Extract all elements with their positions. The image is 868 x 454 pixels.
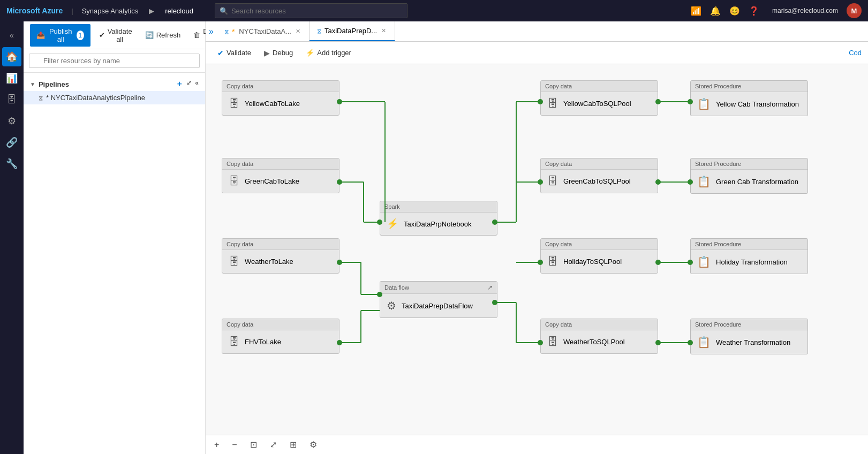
expand-collapse-btn[interactable]: « (2, 26, 21, 45)
add-trigger-button[interactable]: ⚡ Add trigger (300, 46, 357, 59)
pipeline-canvas[interactable]: Copy data 🗄 YellowCabToLake Copy data 🗄 … (206, 64, 868, 435)
fit-screen-icon[interactable]: ⊡ (248, 437, 259, 452)
node-greencabtolake-label: GreenCabToLake (245, 177, 299, 185)
node-taxidataprpnotebook[interactable]: Spark ⚡ TaxiDataPrpNotebook (380, 201, 497, 236)
avatar[interactable]: M (847, 3, 862, 18)
tab-taxidataprep-label: TaxiDataPrepD... (324, 27, 377, 35)
node-ht-label: Holiday Transformation (716, 258, 788, 266)
synapse-label[interactable]: Synapse Analytics (82, 7, 139, 15)
node-yellowcabtolake[interactable]: Copy data 🗄 YellowCabToLake (222, 80, 339, 116)
debug-button[interactable]: ▶ Debug (259, 46, 298, 60)
sidebar-toolbar: 📤 Publish all 1 ✔ Validate all 🔄 Refresh… (24, 21, 205, 49)
tab-taxidataprep[interactable]: ⧖ TaxiDataPrepD... ✕ (310, 21, 395, 41)
integrate-icon[interactable]: 🔗 (2, 133, 21, 152)
monitor-icon[interactable]: 📊 (2, 69, 21, 88)
develop-icon[interactable]: ⚙ (2, 111, 21, 131)
node-wsp-label: WeatherToSQLPool (563, 338, 625, 346)
database-icon-8: 🗄 (547, 336, 558, 348)
stored-proc-icon-3: 📋 (697, 255, 711, 268)
nav-separator: | (71, 7, 73, 15)
debug-play-icon: ▶ (264, 49, 270, 57)
node-greencabtolake[interactable]: Copy data 🗄 GreenCabToLake (222, 158, 339, 193)
home-icon[interactable]: 🏠 (2, 47, 21, 66)
tab-taxidataprep-close[interactable]: ✕ (380, 26, 387, 35)
zoom-in-icon[interactable]: + (212, 438, 221, 452)
help-icon[interactable]: ❓ (749, 6, 759, 16)
node-greencabtransformation[interactable]: Stored Procedure 📋 Green Cab Transformat… (690, 158, 808, 194)
node-yellowcabtransformation[interactable]: Stored Procedure 📋 Yellow Cab Transforma… (690, 80, 808, 116)
pipelines-section-header[interactable]: ▼ Pipelines ＋ ⤢ « (24, 77, 205, 91)
zoom-out-icon[interactable]: − (230, 438, 239, 452)
node-dataflow-header: Data flow ↗ (380, 282, 497, 294)
tab-nyctaxi-label: NYCTaxiDataA... (239, 27, 291, 35)
auto-layout-icon[interactable]: ⊞ (288, 437, 299, 452)
node-taxidataprepdataflow[interactable]: Data flow ↗ ⚙ TaxiDataPrepDataFlow (380, 281, 497, 318)
trigger-icon: ⚡ (306, 49, 314, 57)
publish-badge: 1 (77, 31, 84, 40)
node-wt-header: Stored Procedure (691, 319, 807, 330)
tabs-expand-btn[interactable]: » (206, 21, 217, 41)
breadcrumb-arrow-icon: ▶ (149, 7, 154, 15)
node-greencabtosqlpool[interactable]: Copy data 🗄 GreenCabToSQLPool (540, 158, 658, 193)
node-weathertosqlpool[interactable]: Copy data 🗄 WeatherToSQLPool (540, 319, 658, 354)
node-yellowcabtolake-label: YellowCabToLake (245, 100, 300, 108)
validate-check-icon: ✔ (217, 49, 224, 57)
relecloud-label[interactable]: relecloud (165, 7, 193, 15)
database-icon: 🗄 (229, 97, 239, 110)
node-gcsp-header: Copy data (541, 158, 658, 170)
validate-label: Validate all (108, 27, 132, 43)
node-weathertolake[interactable]: Copy data 🗄 WeatherToLake (222, 238, 339, 274)
external-link-icon[interactable]: ↗ (487, 284, 493, 291)
node-weathertransformation[interactable]: Stored Procedure 📋 Weather Transformatio… (690, 319, 808, 354)
node-gct-header: Stored Procedure (691, 158, 807, 170)
validate-all-button[interactable]: ✔ Validate all (95, 24, 137, 47)
node-ht-header: Stored Procedure (691, 239, 807, 250)
node-yellowcabtosqlpool[interactable]: Copy data 🗄 YellowCabToSQLPool (540, 80, 658, 116)
node-holidaytransformation[interactable]: Stored Procedure 📋 Holiday Transformatio… (690, 238, 808, 274)
node-wt-label: Weather Transformation (716, 338, 790, 346)
add-pipeline-icon[interactable]: ＋ (176, 79, 183, 89)
node-weathertolake-label: WeatherToLake (245, 258, 293, 266)
canvas-toolbar: ✔ Validate ▶ Debug ⚡ Add trigger Cod (206, 42, 868, 64)
spark-icon: ⚡ (387, 218, 398, 230)
sidebar-search-area: 🔍 (24, 49, 205, 73)
node-gcsp-label: GreenCabToSQLPool (563, 177, 631, 185)
node-holidaytosqlpool[interactable]: Copy data 🗄 HolidayToSQLPool (540, 238, 658, 274)
refresh-button[interactable]: 🔄 Refresh (141, 28, 185, 42)
node-spark-header: Spark (380, 201, 497, 213)
trigger-btn-label: Add trigger (317, 49, 351, 57)
node-dataflow-label: TaxiDataPrepDataFlow (402, 302, 473, 310)
code-view-btn[interactable]: Cod (849, 49, 862, 57)
chevron-down-icon: ▼ (30, 81, 35, 87)
node-fhvtolake[interactable]: Copy data 🗄 FHVToLake (222, 319, 339, 354)
database-icon-4: 🗄 (229, 336, 239, 348)
main-area: » ⧖ * NYCTaxiDataA... ✕ ⧖ TaxiDataPrepD.… (206, 21, 868, 454)
expand-canvas-icon[interactable]: ⤢ (268, 437, 279, 452)
node-wsp-header: Copy data (541, 319, 658, 330)
pipeline-item-nyctaxi[interactable]: ⧖ * NYCTaxiDataAnalyticsPipeline (24, 91, 205, 104)
tab-nyctaxi[interactable]: ⧖ * NYCTaxiDataA... ✕ (217, 21, 310, 41)
sidebar-search-input[interactable] (29, 54, 200, 68)
database-icon-6: 🗄 (547, 175, 558, 187)
pipeline-file-icon: ⧖ (39, 94, 43, 102)
pipelines-section-label: Pipelines (39, 80, 69, 88)
expand-icon[interactable]: ⤢ (186, 79, 192, 89)
stored-proc-icon: 📋 (697, 97, 711, 110)
tab-nyctaxi-close[interactable]: ✕ (295, 27, 301, 36)
tab-pipeline-icon: ⧖ (224, 28, 229, 35)
validate-button[interactable]: ✔ Validate (212, 46, 256, 60)
global-search-input[interactable] (231, 7, 403, 15)
manage-icon[interactable]: 🔧 (2, 154, 21, 173)
validate-btn-label: Validate (227, 49, 251, 57)
publish-all-button[interactable]: 📤 Publish all 1 (30, 24, 90, 47)
node-fhvtolake-label: FHVToLake (245, 338, 281, 346)
data-icon[interactable]: 🗄 (2, 90, 21, 109)
global-search-bar[interactable]: 🔍 (215, 3, 407, 18)
user-email: marisa@relecloud.com (772, 7, 838, 14)
sidebar: 📤 Publish all 1 ✔ Validate all 🔄 Refresh… (24, 21, 206, 454)
node-yct-label: Yellow Cab Transformation (716, 100, 799, 108)
settings-icon[interactable]: ⚙ (307, 437, 319, 452)
collapse-panel-icon[interactable]: « (195, 79, 199, 89)
azure-logo: Microsoft Azure (6, 6, 63, 15)
bell-icon[interactable]: 🔔 (710, 6, 721, 16)
